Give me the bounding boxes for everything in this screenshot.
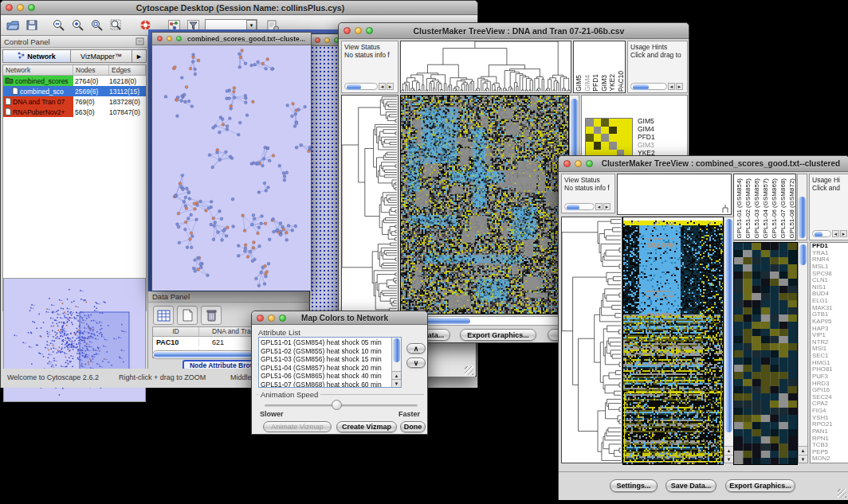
- close-icon[interactable]: [6, 4, 13, 11]
- attribute-list-item[interactable]: GPL51-02 (GSM855) heat shock 10 min: [261, 347, 399, 356]
- cytoscape-titlebar[interactable]: Cytoscape Desktop (Session Name: collins…: [1, 1, 477, 15]
- float-panel-icon[interactable]: [135, 34, 144, 49]
- scroll-up-icon[interactable]: ▲: [392, 371, 401, 379]
- close-icon[interactable]: [257, 315, 264, 322]
- tv1-row-label[interactable]: GIM3: [638, 141, 658, 149]
- tv2-column-label[interactable]: GPL51-06 (GSM865): [770, 178, 779, 239]
- zoom-selected-icon[interactable]: [108, 18, 125, 33]
- delete-attribute-icon[interactable]: [201, 306, 222, 325]
- scroll-left-icon[interactable]: ◄: [668, 83, 675, 90]
- scroll-left-icon[interactable]: ◄: [832, 230, 839, 237]
- speed-slider-thumb[interactable]: [332, 400, 342, 410]
- tab-vizmapper[interactable]: VizMapper™: [71, 49, 132, 63]
- minimize-icon[interactable]: [167, 36, 172, 41]
- window-controls[interactable]: [157, 36, 182, 41]
- tv1-column-label[interactable]: GIM3: [601, 75, 609, 92]
- create-vizmap-button[interactable]: Create Vizmap: [336, 421, 397, 432]
- tv1-usage-scrollbar[interactable]: ◄►: [630, 83, 683, 90]
- zoom-out-icon[interactable]: [50, 18, 68, 33]
- column-header-edges[interactable]: Edges: [109, 65, 146, 75]
- tv1-column-label[interactable]: YKE2: [609, 74, 617, 92]
- network-view-titlebar[interactable]: combined_scores_good.txt--cluste...: [152, 33, 311, 45]
- tv1-row-label[interactable]: GIM4: [638, 125, 658, 133]
- new-attribute-icon[interactable]: [177, 306, 198, 325]
- tv2-status-scrollbar[interactable]: ◄►: [564, 203, 610, 210]
- tv1-column-dendrogram[interactable]: [400, 41, 571, 93]
- tv1-status-scrollbar[interactable]: ◄►: [344, 83, 394, 90]
- column-header-id[interactable]: ID: [153, 327, 199, 336]
- move-up-button[interactable]: ∧: [406, 343, 426, 354]
- scroll-up-icon[interactable]: ▲: [799, 446, 807, 454]
- treeview2-titlebar[interactable]: ClusterMaker TreeView : combined_scores_…: [559, 156, 848, 172]
- scroll-down-icon[interactable]: ▼: [392, 379, 401, 387]
- window-controls[interactable]: [6, 4, 35, 11]
- minimize-icon[interactable]: [575, 160, 582, 167]
- tv2-column-labels[interactable]: GPL51-01 (GSM854)GPL51-02 (GSM855)GPL51-…: [733, 174, 796, 240]
- tv2-header-scrollbar[interactable]: [797, 174, 807, 240]
- scroll-thumb[interactable]: [725, 219, 732, 432]
- close-icon[interactable]: [315, 37, 320, 43]
- tv2-column-label[interactable]: GPL51-02 (GSM855): [744, 178, 752, 239]
- tv1-column-label[interactable]: GIM4: [584, 75, 592, 92]
- tv2-gene-label[interactable]: MON2: [812, 455, 848, 463]
- minimize-icon[interactable]: [17, 4, 24, 11]
- zoom-window-icon[interactable]: [176, 36, 182, 41]
- column-header-nodes[interactable]: Nodes: [73, 65, 109, 75]
- column-header-network[interactable]: Network: [3, 65, 73, 75]
- move-down-button[interactable]: ∨: [406, 357, 426, 368]
- zoom-window-icon[interactable]: [366, 27, 373, 34]
- tv1-column-label[interactable]: PAC10: [618, 71, 626, 92]
- resize-grip[interactable]: [465, 366, 473, 375]
- dialog-titlebar[interactable]: Map Colors to Network: [252, 311, 427, 325]
- tab-[interactable]: ►: [132, 49, 147, 63]
- attribute-list-scrollbar[interactable]: ▲ ▼: [391, 338, 401, 387]
- attribute-list-item[interactable]: GPL51-03 (GSM856) heat shock 15 min: [261, 355, 399, 364]
- scroll-thumb[interactable]: [393, 338, 400, 362]
- network-graph-canvas[interactable]: [152, 45, 311, 291]
- tv2-column-label[interactable]: GPL51-04 (GSM857): [761, 178, 770, 239]
- window-controls[interactable]: [563, 160, 593, 167]
- scroll-down-icon[interactable]: ▼: [799, 455, 807, 463]
- window-controls[interactable]: [315, 37, 340, 43]
- network-row[interactable]: combined_scores2764(0)16218(0): [3, 76, 146, 86]
- scroll-right-icon[interactable]: ►: [603, 203, 610, 210]
- tv1-heatmap[interactable]: [400, 95, 569, 315]
- tv1-button-exportgraphics[interactable]: Export Graphics...: [460, 329, 536, 341]
- tv2-column-label[interactable]: GPL51-01 (GSM854): [735, 178, 744, 239]
- attribute-list-item[interactable]: GPL51-07 (GSM868) heat shock 60 min: [261, 381, 399, 389]
- window-controls[interactable]: [344, 27, 373, 34]
- zoom-fit-icon[interactable]: [88, 18, 106, 33]
- tv1-row-label[interactable]: PFD1: [638, 133, 658, 141]
- tv1-column-label[interactable]: PFD1: [592, 74, 600, 92]
- network-row[interactable]: DNA and Tran 07769(0)183728(0): [3, 96, 146, 107]
- tab-network[interactable]: Network: [2, 49, 71, 63]
- tv2-usage-scrollbar[interactable]: ◄►: [812, 230, 847, 237]
- attribute-list-item[interactable]: GPL51-06 (GSM865) heat shock 40 min: [261, 372, 399, 381]
- treeview1-titlebar[interactable]: ClusterMaker TreeView : DNA and Tran 07-…: [339, 23, 689, 39]
- zoom-in-icon[interactable]: [69, 18, 87, 33]
- attribute-list-item[interactable]: GPL51-01 (GSM854) heat shock 05 min: [261, 338, 399, 347]
- tv1-column-labels[interactable]: GIM5GIM4PFD1GIM3YKE2PAC10: [573, 41, 626, 93]
- scroll-down-icon[interactable]: ▼: [724, 455, 733, 463]
- tv2-button-savedata[interactable]: Save Data...: [665, 479, 716, 492]
- tv1-column-label[interactable]: GIM5: [575, 75, 583, 92]
- zoom-window-icon[interactable]: [279, 315, 286, 322]
- done-button[interactable]: Done: [400, 421, 426, 432]
- tv2-heatmap[interactable]: [622, 217, 724, 465]
- tv2-gene-labels[interactable]: PFD1YRA1RNR4MSL1SPC98CLN1NIS1BUD4ELG1MAK…: [810, 242, 848, 463]
- tv1-row-dendrogram[interactable]: [341, 95, 398, 313]
- tv2-column-label[interactable]: GPL51-08 (GSM872): [787, 178, 796, 239]
- tv1-row-label[interactable]: GIM5: [638, 117, 658, 125]
- tv2-row-dendrogram[interactable]: [561, 217, 622, 463]
- save-icon[interactable]: [23, 18, 41, 33]
- zoom-window-icon[interactable]: [586, 160, 593, 167]
- scroll-left-icon[interactable]: ◄: [595, 203, 603, 210]
- tv2-button-settings[interactable]: Settings...: [610, 479, 658, 492]
- minimize-icon[interactable]: [268, 315, 275, 322]
- animate-vizmap-button[interactable]: Animate Vizmap: [263, 421, 332, 432]
- scroll-right-icon[interactable]: ►: [387, 83, 394, 90]
- network-row[interactable]: RNAPuberNov2+563(0)107847(0): [3, 107, 146, 117]
- scroll-thumb[interactable]: [799, 197, 806, 238]
- scroll-right-icon[interactable]: ►: [676, 83, 683, 90]
- resize-grip[interactable]: [838, 489, 846, 498]
